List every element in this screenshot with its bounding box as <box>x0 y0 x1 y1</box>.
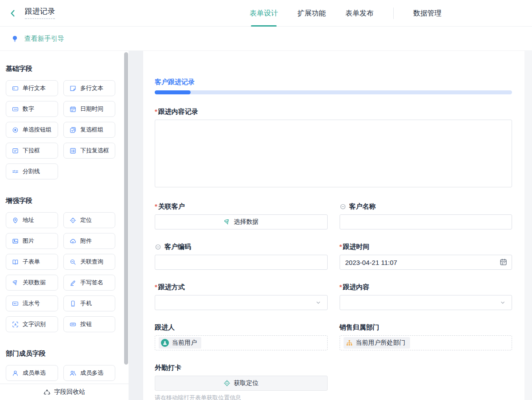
sidebar-item-ocr[interactable]: 文字识别 <box>6 316 58 332</box>
chip-label: 当前用户 <box>172 339 197 347</box>
basic-fields-grid: 单行文本 多行文本 数字 日期时间 单选按钮组 复选框组 下拉框 下拉复选框 分… <box>6 80 129 179</box>
field-checkin[interactable]: 外勤打卡 获取定位 请在移动端打开表单获取位置信息 <box>155 364 328 400</box>
field-label: 跟进人 <box>155 324 328 331</box>
follow-person-field[interactable]: 当前用户 <box>155 335 328 350</box>
sidebar-item-serial-number[interactable]: 流水号 <box>6 295 58 311</box>
field-label-text: 客户编码 <box>164 243 191 250</box>
sidebar-scrollbar[interactable] <box>124 52 128 365</box>
sidebar-item-number[interactable]: 数字 <box>6 101 58 117</box>
form-canvas-title[interactable]: 客户跟进记录 <box>155 78 512 86</box>
linked-query-icon <box>70 259 76 265</box>
sidebar-item-label: 定位 <box>80 216 92 224</box>
field-follow-note[interactable]: * 跟进内容记录 <box>155 108 512 189</box>
sidebar-item-locate[interactable]: 定位 <box>63 212 115 228</box>
field-recycle-bin-button[interactable]: 字段回收站 <box>0 384 129 400</box>
sidebar-item-subform[interactable]: 子表单 <box>6 254 58 270</box>
member-multi-icon <box>70 370 76 377</box>
field-customer-name[interactable]: 客户名称 <box>340 203 512 229</box>
sidebar-item-single-line-text[interactable]: 单行文本 <box>6 80 58 96</box>
sidebar-item-image[interactable]: 图片 <box>6 233 58 249</box>
sidebar-item-member-single[interactable]: 成员单选 <box>6 365 58 381</box>
member-single-icon <box>12 370 19 377</box>
sidebar-item-label: 成员单选 <box>23 369 46 377</box>
tab-form-design[interactable]: 表单设计 <box>250 0 278 27</box>
tab-extensions[interactable]: 扩展功能 <box>297 0 326 27</box>
current-user-chip[interactable]: 当前用户 <box>159 337 201 349</box>
required-mark: * <box>340 243 342 250</box>
sidebar-item-multi-line-text[interactable]: 多行文本 <box>63 80 115 96</box>
form-name-title[interactable]: 跟进记录 <box>25 7 55 19</box>
sales-department-field[interactable]: 当前用户所处部门 <box>340 335 512 350</box>
sidebar-item-linked-query[interactable]: 关联查询 <box>63 254 115 270</box>
form-canvas[interactable]: 客户跟进记录 * 跟进内容记录 * 关联客户 <box>143 51 524 400</box>
sidebar-item-phone[interactable]: 手机 <box>63 295 115 311</box>
sidebar-item-signature[interactable]: 手写签名 <box>63 275 115 291</box>
dropdown-multi-icon <box>70 148 76 154</box>
get-location-button[interactable]: 获取定位 <box>155 376 328 391</box>
radio-group-icon <box>12 127 19 133</box>
field-follow-method[interactable]: * 跟进方式 <box>155 283 328 310</box>
org-chart-icon <box>346 339 353 346</box>
field-follow-content[interactable]: * 跟进内容 <box>340 283 512 310</box>
canvas-scrollbar-track[interactable] <box>524 51 532 400</box>
tab-data-management[interactable]: 数据管理 <box>413 0 442 27</box>
sidebar-item-label: 日期时间 <box>80 105 103 113</box>
follow-method-select[interactable] <box>155 295 328 310</box>
divider-icon <box>12 168 19 175</box>
field-sales-department[interactable]: 销售归属部门 当前用户所处部门 <box>340 324 512 350</box>
sidebar-item-label: 流水号 <box>23 299 40 307</box>
follow-content-select[interactable] <box>340 295 512 310</box>
section-title-member-fields: 部门成员字段 <box>6 350 129 358</box>
single-line-text-icon <box>12 85 19 92</box>
field-sidebar-scroll: 基础字段 单行文本 多行文本 数字 日期时间 单选按钮组 复选框组 下拉框 下拉… <box>0 51 129 384</box>
sidebar-item-linked-data[interactable]: 关联数据 <box>6 275 58 291</box>
field-label: 外勤打卡 <box>155 364 328 371</box>
field-label-text: 跟进方式 <box>158 283 185 291</box>
current-user-department-chip[interactable]: 当前用户所处部门 <box>344 337 410 349</box>
follow-time-input[interactable] <box>340 255 512 270</box>
customer-code-input[interactable] <box>155 255 328 270</box>
sidebar-item-label: 单选按钮组 <box>23 126 51 134</box>
field-follow-person[interactable]: 跟进人 当前用户 <box>155 324 328 350</box>
field-label-text: 外勤打卡 <box>155 364 181 371</box>
member-fields-grid: 成员单选 成员多选 <box>6 365 129 384</box>
sidebar-item-label: 手机 <box>80 299 92 307</box>
sidebar-item-label: 下拉框 <box>23 147 40 155</box>
tab-form-publish[interactable]: 表单发布 <box>345 0 374 27</box>
sidebar-item-label: 附件 <box>80 237 92 245</box>
address-icon <box>12 217 19 224</box>
recycle-bin-label: 字段回收站 <box>54 388 85 396</box>
field-related-customer[interactable]: * 关联客户 选择数据 <box>155 203 328 229</box>
required-mark: * <box>155 283 157 291</box>
follow-note-textarea[interactable] <box>155 120 512 187</box>
newbie-guide-link[interactable]: 查看新手引导 <box>24 35 64 43</box>
sidebar-item-dropdown[interactable]: 下拉框 <box>6 143 58 159</box>
sidebar-item-address[interactable]: 地址 <box>6 212 58 228</box>
form-progress-track <box>155 90 512 94</box>
phone-icon <box>70 300 76 307</box>
sidebar-item-button-field[interactable]: 按钮 <box>63 316 115 332</box>
sidebar-item-dropdown-multi[interactable]: 下拉复选框 <box>63 143 115 159</box>
select-data-button[interactable]: 选择数据 <box>155 214 328 229</box>
sidebar-item-datetime[interactable]: 日期时间 <box>63 101 115 117</box>
sidebar-item-checkbox-group[interactable]: 复选框组 <box>63 122 115 138</box>
multi-line-text-icon <box>70 85 76 92</box>
sidebar-item-attachment[interactable]: 附件 <box>63 233 115 249</box>
field-follow-time[interactable]: * 跟进时间 <box>340 243 512 270</box>
sidebar-item-divider-field[interactable]: 分割线 <box>6 163 58 179</box>
required-mark: * <box>340 283 342 291</box>
field-label-text: 跟进内容记录 <box>158 108 198 115</box>
back-button[interactable] <box>4 4 21 22</box>
sidebar-item-member-multi[interactable]: 成员多选 <box>63 365 115 381</box>
tab-divider <box>393 8 394 19</box>
field-label: * 关联客户 <box>155 203 328 210</box>
customer-name-input[interactable] <box>340 214 512 229</box>
sidebar-item-radio-group[interactable]: 单选按钮组 <box>6 122 58 138</box>
sidebar-item-label: 关联数据 <box>23 279 46 287</box>
chevron-down-icon <box>500 299 506 306</box>
field-customer-code[interactable]: 客户编码 <box>155 243 328 270</box>
linked-field-icon <box>340 203 346 210</box>
sidebar-item-label: 分割线 <box>23 167 40 175</box>
field-label: * 跟进时间 <box>340 243 512 250</box>
sidebar-item-label: 关联查询 <box>80 258 103 266</box>
